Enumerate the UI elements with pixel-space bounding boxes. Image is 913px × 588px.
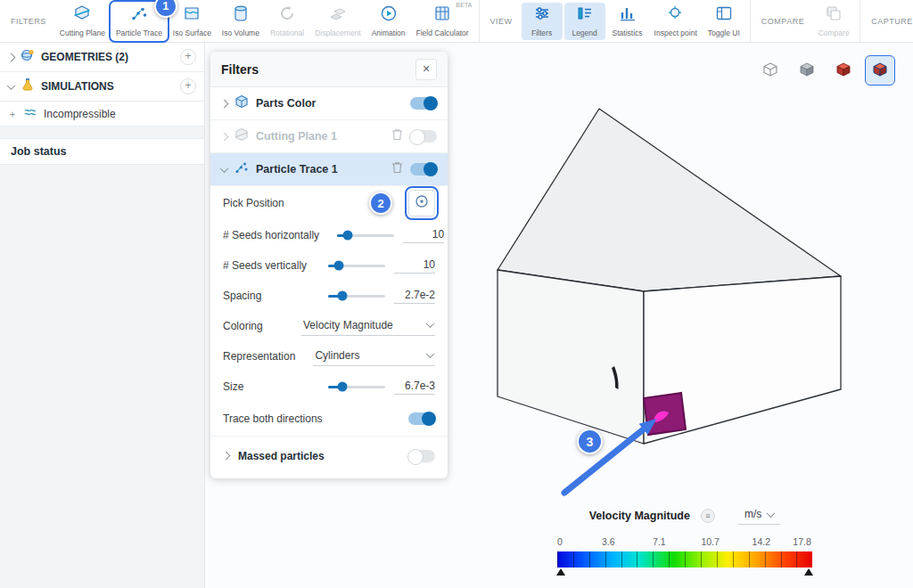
tool-animation[interactable]: Animation (367, 3, 410, 40)
representation-label: Representation (223, 350, 295, 363)
particle-trace-1-label: Particle Trace 1 (256, 163, 338, 176)
tool-legend-toggle[interactable]: Legend (564, 3, 605, 40)
legend-unit-dropdown[interactable]: m/s (738, 506, 780, 525)
chevron-down-icon (767, 509, 776, 518)
massed-particles-label: Massed particles (238, 450, 325, 462)
range-max-marker[interactable] (804, 568, 813, 576)
coloring-row: Coloring Velocity Magnitude (210, 311, 448, 341)
filters-panel: Filters ✕ Parts Color Cutting Plane 1 Pa… (210, 52, 448, 478)
tool-statistics[interactable]: Statistics (607, 3, 648, 40)
statistics-icon (619, 4, 637, 26)
cutting-plane-1-toggle[interactable] (410, 130, 437, 143)
filters-panel-header: Filters ✕ (210, 52, 448, 87)
seeds-vertical-slider[interactable] (328, 265, 385, 267)
top-toolbar: FILTERS Cutting Plane Particle Trace 1 I… (0, 0, 913, 43)
colorbar-gradient[interactable] (557, 551, 812, 568)
compare-section-label: COMPARE (761, 17, 804, 26)
tool-filters-toggle[interactable]: Filters (522, 3, 563, 40)
tool-label: Displacement (315, 29, 361, 37)
particle-trace-1-toggle[interactable] (410, 163, 437, 176)
chevron-down-icon[interactable] (220, 164, 229, 173)
chevron-right-icon[interactable] (220, 132, 229, 141)
shaded-cube-button[interactable] (792, 55, 822, 86)
toggle-ui-icon (715, 4, 733, 26)
tool-field-calculator[interactable]: BETA Field Calculator (412, 3, 473, 40)
trash-icon[interactable] (391, 128, 403, 144)
sidebar-item-geometries[interactable]: GEOMETRIES (2) + (0, 43, 204, 72)
tick-label: 10.7 (701, 536, 719, 547)
sidebar-item-incompressible[interactable]: + Incompressible (0, 102, 204, 127)
trash-icon[interactable] (391, 161, 403, 177)
tool-label: Cutting Plane (60, 29, 105, 37)
compare-toolbar-section: COMPARE Compare (750, 0, 860, 42)
step-badge-2: 2 (369, 192, 392, 215)
close-icon[interactable]: ✕ (415, 59, 437, 80)
incompressible-label: Incompressible (44, 108, 116, 120)
parts-color-toggle[interactable] (410, 97, 437, 110)
pick-position-button[interactable] (408, 190, 435, 216)
capture-toolbar-section: CAPTURE Screenshot (860, 0, 913, 42)
beta-tag: BETA (456, 2, 472, 8)
seeds-horizontal-label: # Seeds horizontally (223, 229, 319, 241)
legend-title: Velocity Magnitude (589, 510, 690, 522)
massed-particles-row[interactable]: Massed particles (210, 436, 448, 475)
legend-unit-value: m/s (744, 508, 761, 520)
spacing-slider[interactable] (328, 295, 385, 298)
filter-row-cutting-plane-1[interactable]: Cutting Plane 1 (210, 120, 448, 153)
tool-compare[interactable]: Compare (813, 3, 854, 40)
geometries-label: GEOMETRIES (2) (41, 51, 128, 63)
add-geometry-button[interactable]: + (180, 49, 196, 65)
chevron-right-icon[interactable] (7, 53, 16, 61)
tool-inspect-point[interactable]: Inspect point (650, 3, 702, 40)
legend-menu-icon[interactable]: ≡ (701, 509, 715, 523)
tool-displacement[interactable]: Displacement (310, 3, 366, 40)
tool-label: Compare (818, 29, 850, 37)
iso-surface-icon (183, 4, 201, 26)
size-slider[interactable] (328, 386, 385, 388)
size-value[interactable]: 6.7e-3 (394, 380, 435, 395)
seeds-vertical-value[interactable]: 10 (394, 258, 435, 274)
legend-icon (576, 4, 594, 26)
trace-both-directions-toggle[interactable] (408, 412, 435, 425)
expand-plus-icon[interactable]: + (8, 109, 17, 119)
particle-trace-1-icon (234, 160, 249, 178)
animation-icon (380, 4, 398, 26)
spacing-value[interactable]: 2.7e-2 (394, 289, 435, 304)
chevron-right-icon[interactable] (220, 99, 229, 108)
tool-particle-trace[interactable]: Particle Trace 1 (111, 3, 167, 40)
chevron-down-icon[interactable] (7, 81, 16, 90)
tool-toggle-ui[interactable]: Toggle UI (703, 3, 744, 40)
chevron-right-icon[interactable] (222, 452, 231, 461)
wireframe-cube-button[interactable] (755, 55, 786, 86)
color-legend: Velocity Magnitude ≡ m/s 0 3.6 7.1 10.7 … (551, 506, 818, 568)
representation-dropdown[interactable]: Cylinders (313, 347, 435, 366)
filter-row-particle-trace-1[interactable]: Particle Trace 1 (210, 153, 448, 186)
chevron-down-icon (426, 349, 435, 358)
trace-both-directions-label: Trace both directions (223, 412, 323, 425)
job-status-header[interactable]: Job status (0, 138, 204, 165)
target-icon (414, 193, 430, 213)
tool-rotational[interactable]: Rotational (266, 3, 308, 40)
tool-label: Particle Trace (116, 29, 162, 37)
inspect-point-icon (667, 4, 685, 26)
tool-cutting-plane[interactable]: Cutting Plane (55, 3, 110, 40)
tool-label: Field Calculator (416, 29, 469, 37)
seeds-horizontal-slider[interactable] (337, 234, 394, 237)
massed-particles-toggle[interactable] (408, 450, 435, 462)
spacing-label: Spacing (223, 290, 261, 302)
sidebar-item-simulations[interactable]: SIMULATIONS + (0, 72, 204, 102)
incompressible-icon (23, 105, 37, 123)
surface-edges-cube-button[interactable] (865, 55, 895, 86)
seeds-horizontal-value[interactable]: 10 (403, 228, 444, 243)
rotational-icon (278, 4, 296, 26)
coloring-dropdown[interactable]: Velocity Magnitude (301, 317, 435, 336)
tick-label: 0 (557, 536, 563, 547)
filter-row-parts-color[interactable]: Parts Color (210, 87, 448, 120)
add-simulation-button[interactable]: + (180, 78, 196, 94)
range-min-marker[interactable] (556, 568, 565, 576)
tool-label: Toggle UI (708, 29, 740, 37)
tool-iso-volume[interactable]: Iso Volume (218, 3, 264, 40)
chevron-down-icon (426, 319, 435, 328)
representation-value: Cylinders (315, 349, 359, 362)
surface-cube-button[interactable] (828, 55, 859, 86)
